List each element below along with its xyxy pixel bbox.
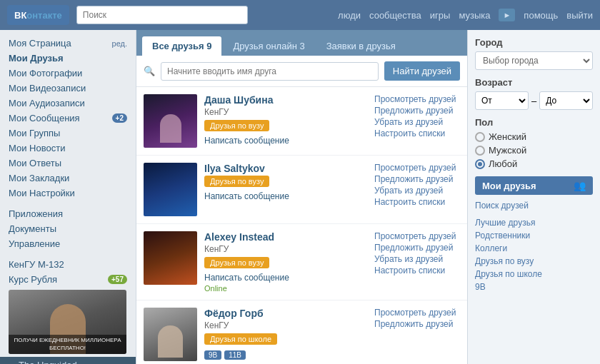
audio-info: The Unguided Daybreaker Дисциплина! bbox=[19, 360, 77, 364]
sidebar-item-kengu[interactable]: КенГУ М-132 bbox=[0, 257, 136, 272]
manage-lists-link-3[interactable]: Настроить списки bbox=[374, 266, 460, 275]
remove-friend-link-1[interactable]: Убрать из друзей bbox=[374, 117, 460, 127]
sidebar-item-my-answers[interactable]: Мои Ответы bbox=[0, 156, 136, 171]
friend-name-1[interactable]: Даша Шубина bbox=[204, 94, 367, 106]
search-icon: 🔍 bbox=[144, 66, 155, 76]
age-label: Возраст bbox=[475, 77, 593, 88]
suggest-friends-link-2[interactable]: Предложить друзей bbox=[374, 174, 460, 184]
friend-actions-3: Просмотреть друзей Предложить друзей Убр… bbox=[374, 231, 460, 275]
sidebar-item-my-audio[interactable]: Мои Аудиозаписи bbox=[0, 96, 136, 111]
my-friends-btn[interactable]: Мои друзья 👥 bbox=[475, 176, 593, 195]
city-filter: Город Выбор города bbox=[475, 37, 593, 70]
sidebar-item-my-messages[interactable]: Мои Сообщения +2 bbox=[0, 111, 136, 126]
tab-online-friends[interactable]: Друзья онлайн 3 bbox=[223, 36, 314, 56]
friend-avatar-2[interactable] bbox=[144, 163, 197, 216]
right-sidebar: Город Выбор города Возраст От – До Пол bbox=[468, 30, 600, 364]
avatar-overlay-text: ПОЛУЧИ ЕЖЕДНЕВНИК МИЛЛИОНЕРА БЕСПЛАТНО! bbox=[9, 335, 126, 354]
manage-lists-link-2[interactable]: Настроить списки bbox=[374, 197, 460, 207]
colleagues-link[interactable]: Коллеги bbox=[475, 242, 593, 255]
avatar-box[interactable]: ПОЛУЧИ ЕЖЕДНЕВНИК МИЛЛИОНЕРА БЕСПЛАТНО! bbox=[9, 290, 127, 354]
friend-info-2: Ilya Saltykov Друзья по вузу Написать со… bbox=[204, 163, 367, 201]
age-from-select[interactable]: От bbox=[475, 91, 529, 110]
sidebar-item-apps[interactable]: Приложения bbox=[0, 206, 136, 221]
suggest-friends-link-3[interactable]: Предложить друзей bbox=[374, 243, 460, 253]
relatives-link[interactable]: Родственники bbox=[475, 229, 593, 242]
age-to-select[interactable]: До bbox=[539, 91, 593, 110]
friend-name-4[interactable]: Фёдор Горб bbox=[204, 308, 367, 319]
view-friends-link-3[interactable]: Просмотреть друзей bbox=[374, 231, 460, 241]
sidebar-item-my-settings[interactable]: Мои Настройки bbox=[0, 186, 136, 201]
friend-avatar-3[interactable] bbox=[144, 231, 197, 285]
nav-more-button[interactable]: ► bbox=[499, 9, 515, 21]
view-friends-link-1[interactable]: Просмотреть друзей bbox=[374, 94, 460, 104]
search-friends-link[interactable]: Поиск друзей bbox=[475, 199, 593, 212]
list-item: Даша Шубина КенГУ Друзья по вузу Написат… bbox=[136, 87, 467, 156]
friend-name-2[interactable]: Ilya Saltykov bbox=[204, 163, 367, 174]
remove-friend-link-3[interactable]: Убрать из друзей bbox=[374, 254, 460, 264]
friend-msg-3[interactable]: Написать сообщение bbox=[204, 273, 367, 283]
audio-bar[interactable]: ▶ The Unguided Daybreaker Дисциплина! bbox=[0, 357, 136, 364]
friend-avatar-4[interactable] bbox=[144, 308, 197, 361]
sidebar-item-my-friends[interactable]: Мои Друзья bbox=[0, 51, 136, 66]
logo[interactable]: ВКонтакте bbox=[7, 5, 69, 25]
friend-msg-2[interactable]: Написать сообщение bbox=[204, 191, 367, 201]
suggest-friends-link-1[interactable]: Предложить друзей bbox=[374, 106, 460, 116]
sidebar-label-kengu: КенГУ М-132 bbox=[9, 259, 64, 270]
sidebar-label-my-videos: Мои Видеозаписи bbox=[9, 83, 86, 93]
nav-сообщества[interactable]: сообщества bbox=[369, 10, 421, 21]
sidebar-item-currency[interactable]: Курс Рубля +57 bbox=[0, 272, 136, 287]
left-sidebar: Моя Страница ред. Мои Друзья Мои Фотогра… bbox=[0, 30, 136, 364]
gender-male[interactable]: Мужской bbox=[475, 145, 593, 156]
sidebar-item-my-videos[interactable]: Мои Видеозаписи bbox=[0, 81, 136, 96]
sidebar-item-my-photos[interactable]: Мои Фотографии bbox=[0, 66, 136, 81]
best-friends-link[interactable]: Лучшие друзья bbox=[475, 216, 593, 229]
grade-badge-11v: 11В bbox=[224, 350, 246, 360]
view-friends-link-4[interactable]: Просмотреть друзей bbox=[374, 308, 460, 318]
sidebar-item-my-page[interactable]: Моя Страница ред. bbox=[0, 36, 136, 51]
sidebar-label-my-audio: Мои Аудиозаписи bbox=[9, 98, 85, 108]
gender-any[interactable]: Любой bbox=[475, 158, 593, 169]
nav-игры[interactable]: игры bbox=[430, 10, 451, 21]
gender-filter: Пол Женский Мужской Любой bbox=[475, 117, 593, 169]
nav-люди[interactable]: люди bbox=[338, 10, 361, 21]
friend-uni-1: КенГУ bbox=[204, 107, 367, 117]
find-friends-button[interactable]: Найти друзей bbox=[384, 61, 460, 81]
age-dash: – bbox=[531, 96, 536, 106]
university-friends-link[interactable]: Друзья по вузу bbox=[475, 255, 593, 268]
nav-помощь[interactable]: помощь bbox=[524, 10, 558, 21]
sidebar-edit-link[interactable]: ред. bbox=[112, 39, 127, 48]
sidebar-item-my-news[interactable]: Мои Новости bbox=[0, 141, 136, 156]
nav-музыка[interactable]: музыка bbox=[459, 10, 490, 21]
sidebar-item-my-groups[interactable]: Мои Группы bbox=[0, 126, 136, 141]
sidebar-item-my-bookmarks[interactable]: Мои Закладки bbox=[0, 171, 136, 186]
sidebar-item-docs[interactable]: Документы bbox=[0, 221, 136, 236]
gender-female-label: Женский bbox=[489, 131, 526, 142]
remove-friend-link-2[interactable]: Убрать из друзей bbox=[374, 186, 460, 196]
friend-avatar-1[interactable] bbox=[144, 94, 197, 148]
friend-search-input[interactable] bbox=[161, 62, 379, 81]
tab-requests[interactable]: Заявки в друзья bbox=[316, 36, 406, 56]
friend-info-1: Даша Шубина КенГУ Друзья по вузу Написат… bbox=[204, 94, 367, 146]
grade-link[interactable]: 9В bbox=[475, 280, 593, 293]
school-friends-link[interactable]: Друзья по школе bbox=[475, 268, 593, 280]
suggest-friends-link-4[interactable]: Предложить друзей bbox=[374, 319, 460, 329]
friend-online-3: Online bbox=[204, 284, 367, 293]
friend-msg-1[interactable]: Написать сообщение bbox=[204, 136, 367, 146]
radio-male-circle bbox=[475, 146, 485, 156]
manage-lists-link-1[interactable]: Настроить списки bbox=[374, 128, 460, 138]
sidebar-label-my-friends: Мои Друзья bbox=[9, 53, 64, 64]
gender-female[interactable]: Женский bbox=[475, 131, 593, 142]
header-search-input[interactable] bbox=[76, 6, 248, 24]
sidebar-item-management[interactable]: Управление bbox=[0, 236, 136, 251]
view-friends-link-2[interactable]: Просмотреть друзей bbox=[374, 163, 460, 173]
gender-male-label: Мужской bbox=[489, 145, 526, 156]
tab-all-friends[interactable]: Все друзья 9 bbox=[142, 36, 221, 56]
friend-actions-1: Просмотреть друзей Предложить друзей Убр… bbox=[374, 94, 460, 138]
grade-badge-9v: 9В bbox=[204, 350, 221, 360]
city-select[interactable]: Выбор города bbox=[475, 51, 593, 70]
friend-info-3: Alexey Instead КенГУ Друзья по вузу Напи… bbox=[204, 231, 367, 293]
friend-name-3[interactable]: Alexey Instead bbox=[204, 231, 367, 243]
sidebar-label-my-answers: Мои Ответы bbox=[9, 158, 61, 168]
sidebar-label-my-groups: Мои Группы bbox=[9, 128, 60, 138]
nav-выйти[interactable]: выйти bbox=[566, 10, 593, 21]
